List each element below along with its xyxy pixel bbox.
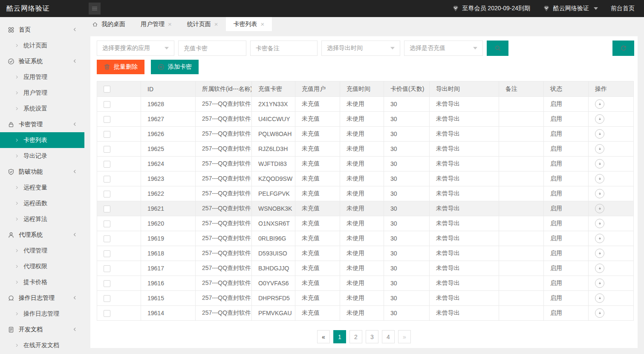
cell-code: BJHDGJJQ: [252, 261, 295, 276]
refresh-button[interactable]: [612, 41, 634, 56]
sidebar-section[interactable]: 防破功能: [0, 164, 84, 180]
row-checkbox[interactable]: [104, 235, 110, 242]
row-checkbox[interactable]: [104, 176, 110, 183]
page-button[interactable]: 3: [366, 330, 378, 343]
download-button[interactable]: [595, 279, 604, 288]
row-checkbox[interactable]: [104, 310, 110, 317]
recharge-select[interactable]: 选择是否充值: [404, 41, 483, 56]
page-next-button[interactable]: »: [398, 330, 411, 343]
cell-code: 2X1YN33X: [252, 97, 295, 112]
row-checkbox[interactable]: [104, 206, 110, 212]
sidebar-item[interactable]: 用户管理: [0, 85, 84, 101]
chevron-right-icon: [14, 264, 20, 269]
cell-status: 启用: [544, 246, 589, 261]
download-button[interactable]: [595, 264, 604, 273]
download-button[interactable]: [595, 174, 604, 183]
batch-delete-button[interactable]: 批量删除: [97, 60, 144, 74]
sidebar-section[interactable]: 首页: [0, 22, 84, 38]
sidebar-section[interactable]: 开发文档: [0, 322, 84, 337]
row-checkbox[interactable]: [104, 265, 110, 272]
page-button[interactable]: 1: [333, 330, 346, 343]
select-all-checkbox[interactable]: [104, 86, 110, 93]
download-button[interactable]: [595, 234, 604, 243]
row-checkbox[interactable]: [104, 146, 110, 153]
frontend-home-link[interactable]: 前台首页: [611, 5, 635, 12]
download-button[interactable]: [595, 308, 604, 318]
export-time-select[interactable]: 选择导出时间: [321, 41, 400, 56]
close-icon[interactable]: ×: [168, 21, 172, 27]
download-button[interactable]: [595, 129, 604, 139]
sidebar-item[interactable]: 代理权限: [0, 258, 84, 274]
download-button[interactable]: [595, 159, 604, 168]
card-code-input[interactable]: [178, 41, 246, 56]
sidebar-section-label: 开发文档: [19, 326, 43, 334]
tab-统计页面[interactable]: 统计页面×: [179, 17, 226, 31]
hamburger-menu-button[interactable]: [89, 3, 101, 15]
row-checkbox[interactable]: [104, 295, 110, 302]
tab-我的桌面[interactable]: 我的桌面: [84, 17, 133, 31]
sidebar-item[interactable]: 操作日志管理: [0, 306, 84, 322]
close-icon[interactable]: ×: [214, 21, 218, 27]
membership-status[interactable]: 至尊会员 2020-09-24到期: [452, 5, 530, 12]
table-row: 19621257---QQ查封软件12WSNOBK3K未充值未使用30未曾导出启…: [97, 201, 634, 216]
download-button[interactable]: [595, 204, 604, 213]
card-remark-input[interactable]: [250, 41, 318, 56]
action-buttons: 批量删除 添加卡密: [90, 56, 638, 74]
cell-id: 19615: [141, 291, 196, 306]
page-button[interactable]: 4: [382, 330, 395, 343]
main-content: 选择要搜索的应用 选择导出时间 选择是否充值 批量删除: [84, 31, 644, 354]
cell-user: 未充值: [295, 261, 340, 276]
cell-user: 未充值: [295, 291, 340, 306]
sidebar-section[interactable]: 卡密管理: [0, 116, 84, 132]
cell-remark: [499, 142, 544, 157]
sidebar-item[interactable]: 导出记录: [0, 148, 84, 164]
row-checkbox[interactable]: [104, 161, 110, 168]
row-checkbox[interactable]: [104, 191, 110, 197]
cell-software: 257---QQ查封软件12: [196, 216, 252, 231]
sidebar-section[interactable]: 操作日志管理: [0, 290, 84, 306]
row-checkbox[interactable]: [104, 101, 110, 108]
sidebar-item[interactable]: 在线开发文档: [0, 337, 84, 353]
close-icon[interactable]: ×: [261, 21, 265, 27]
row-checkbox[interactable]: [104, 280, 110, 287]
chevron-down-icon: [594, 7, 598, 10]
tab-用户管理[interactable]: 用户管理×: [133, 17, 179, 31]
search-button[interactable]: [487, 41, 508, 56]
page-prev-button[interactable]: «: [317, 330, 330, 343]
cell-software: 257---QQ查封软件12: [196, 157, 252, 171]
sidebar-item[interactable]: 远程函数: [0, 195, 84, 211]
download-button[interactable]: [595, 293, 604, 303]
sidebar-item[interactable]: 代理管理: [0, 243, 84, 258]
download-button[interactable]: [595, 219, 604, 228]
shield-check-icon: [8, 168, 14, 175]
tab-卡密列表[interactable]: 卡密列表×: [226, 17, 272, 31]
chevron-down-icon: [165, 47, 169, 49]
download-button[interactable]: [595, 144, 604, 154]
sidebar-item[interactable]: 应用管理: [0, 69, 84, 85]
add-card-button[interactable]: 添加卡密: [151, 60, 199, 74]
sidebar-item[interactable]: 系统设置: [0, 101, 84, 116]
row-checkbox[interactable]: [104, 116, 110, 123]
sidebar-item[interactable]: 远程算法: [0, 211, 84, 227]
app-select[interactable]: 选择要搜索的应用: [97, 41, 174, 56]
row-checkbox[interactable]: [104, 131, 110, 138]
chevron-left-icon: [72, 295, 78, 301]
sidebar-item[interactable]: 提卡价格: [0, 274, 84, 290]
row-checkbox[interactable]: [104, 221, 110, 227]
user-dropdown[interactable]: 酷云网络验证: [543, 5, 598, 12]
card-table: ID所属软件(id---名称)充值卡密充值用户充值时间卡价值(天数)导出时间备注…: [97, 81, 634, 321]
row-checkbox[interactable]: [104, 250, 110, 257]
table-row: 19619257---QQ查封软件120RLBI96G未充值未使用30未曾导出启…: [97, 231, 634, 246]
chevron-left-icon: [72, 327, 78, 332]
sidebar-item[interactable]: 远程变量: [0, 180, 84, 195]
sidebar-section[interactable]: 验证系统: [0, 53, 84, 69]
sidebar-item[interactable]: 卡密列表: [0, 132, 84, 148]
page-button[interactable]: 2: [349, 330, 362, 343]
sidebar-item[interactable]: 统计页面: [0, 38, 84, 53]
download-button[interactable]: [595, 114, 604, 124]
chevron-left-icon: [72, 122, 78, 127]
download-button[interactable]: [595, 249, 604, 258]
download-button[interactable]: [595, 189, 604, 198]
download-button[interactable]: [595, 99, 604, 109]
sidebar-section[interactable]: 代理系统: [0, 227, 84, 243]
